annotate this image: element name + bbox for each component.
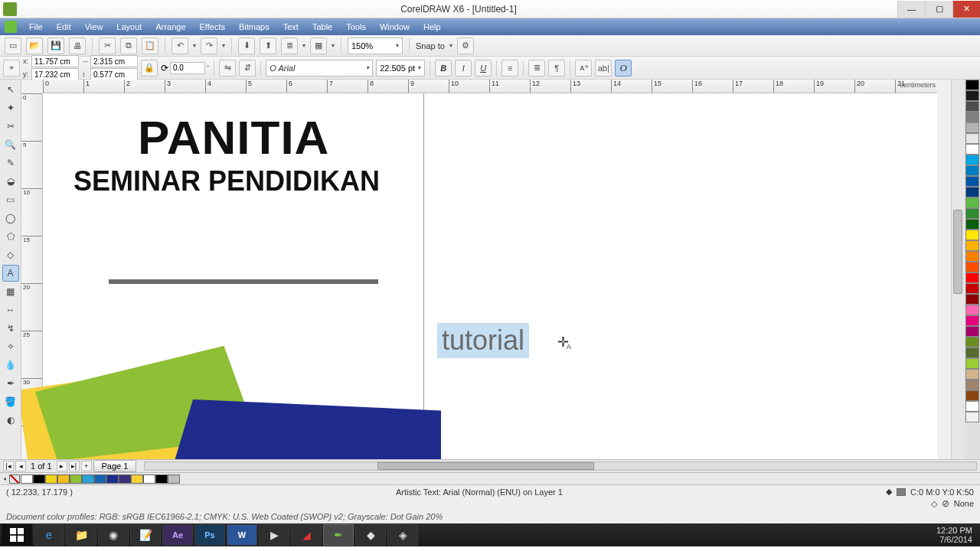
color-swatch[interactable]: [965, 176, 979, 187]
menu-view[interactable]: View: [79, 21, 109, 33]
taskbar-ps[interactable]: Ps: [194, 524, 225, 546]
color-swatch[interactable]: [965, 283, 979, 294]
color-swatch[interactable]: [965, 358, 979, 369]
color-swatch[interactable]: [965, 337, 979, 347]
menu-file[interactable]: File: [23, 21, 49, 33]
text-properties-button[interactable]: O: [615, 60, 632, 77]
char-format-button[interactable]: ᴀᵃ: [575, 60, 592, 77]
minimize-button[interactable]: ―: [897, 1, 925, 18]
undo-button[interactable]: ↶: [172, 37, 188, 54]
color-swatch[interactable]: [965, 187, 979, 197]
color-swatch[interactable]: [965, 262, 979, 272]
smart-fill-tool[interactable]: ◒: [2, 173, 19, 190]
x-position-input[interactable]: [31, 55, 79, 67]
menu-layout[interactable]: Layout: [110, 21, 148, 33]
color-swatch[interactable]: [965, 122, 979, 133]
paste-button[interactable]: 📋: [142, 37, 158, 54]
snap-to-dropdown[interactable]: ▾: [449, 42, 452, 49]
color-swatch[interactable]: [965, 144, 979, 155]
color-swatch[interactable]: [965, 90, 979, 101]
doc-color-swatch[interactable]: [33, 474, 45, 484]
taskbar-coreldraw[interactable]: ✒: [323, 524, 354, 546]
lock-ratio-button[interactable]: 🔒: [141, 60, 158, 77]
doc-color-swatch[interactable]: [155, 474, 168, 484]
polygon-tool[interactable]: ⬠: [2, 228, 19, 245]
add-page-button[interactable]: +: [81, 461, 92, 471]
object-origin-button[interactable]: ⌖: [3, 60, 20, 77]
menu-bitmaps[interactable]: Bitmaps: [233, 21, 276, 33]
prev-page-button[interactable]: ◂: [15, 461, 26, 471]
menu-effects[interactable]: Effects: [194, 21, 231, 33]
subtitle-text[interactable]: SEMINAR PENDIDIKAN: [74, 165, 380, 197]
horizontal-scroll-thumb[interactable]: [377, 462, 593, 470]
taskbar-sketchup[interactable]: ◢: [291, 524, 322, 546]
next-page-button[interactable]: ▸: [57, 461, 67, 471]
color-swatch[interactable]: [965, 112, 979, 122]
pick-tool[interactable]: ↖: [2, 81, 19, 98]
color-swatch[interactable]: [965, 305, 979, 315]
width-input[interactable]: [90, 55, 138, 67]
color-swatch[interactable]: [965, 315, 979, 326]
doc-color-swatch[interactable]: [131, 474, 143, 484]
menu-text[interactable]: Text: [277, 21, 305, 33]
title-text[interactable]: PANITIA: [138, 110, 329, 165]
taskbar-chrome[interactable]: ◉: [98, 524, 129, 546]
color-swatch[interactable]: [965, 401, 979, 412]
freehand-tool[interactable]: ✎: [2, 155, 19, 171]
text-tool[interactable]: A: [2, 265, 19, 282]
blue-shape[interactable]: [165, 399, 441, 459]
y-position-input[interactable]: [31, 68, 79, 80]
mirror-h-button[interactable]: ⇋: [219, 60, 236, 77]
doc-color-swatch[interactable]: [21, 474, 33, 484]
page-tab-1[interactable]: Page 1: [93, 460, 137, 472]
selected-text-object[interactable]: tutorial: [437, 323, 529, 358]
divider-line[interactable]: [109, 279, 378, 284]
connector-tool[interactable]: ↯: [2, 320, 19, 337]
table-tool[interactable]: ▦: [2, 283, 19, 300]
color-swatch[interactable]: [965, 101, 979, 112]
menu-window[interactable]: Window: [374, 21, 416, 33]
color-swatch[interactable]: [965, 412, 979, 422]
options-button[interactable]: ⚙: [457, 37, 474, 54]
doc-color-swatch[interactable]: [106, 474, 119, 484]
doc-color-swatch[interactable]: [45, 474, 57, 484]
drawing-canvas[interactable]: PANITIA SEMINAR PENDIDIKAN tutorial ✛: [43, 93, 937, 459]
open-button[interactable]: 📂: [26, 37, 43, 54]
color-swatch[interactable]: [965, 80, 979, 90]
taskbar-ae[interactable]: Ae: [162, 524, 193, 546]
publish-pdf-button[interactable]: ≣: [281, 37, 298, 54]
taskbar-media[interactable]: ▶: [259, 524, 289, 546]
ellipse-tool[interactable]: ◯: [2, 210, 19, 227]
first-page-button[interactable]: |◂: [3, 461, 14, 471]
menu-arrange[interactable]: Arrange: [149, 21, 191, 33]
color-swatch[interactable]: [965, 208, 979, 219]
doc-color-swatch[interactable]: [82, 474, 94, 484]
dimension-tool[interactable]: ↔: [2, 302, 19, 318]
vertical-scrollbar[interactable]: [951, 80, 965, 459]
fill-swatch[interactable]: [897, 488, 906, 496]
color-swatch[interactable]: [965, 133, 979, 144]
app-launcher-button[interactable]: ▦: [310, 37, 327, 54]
edit-text-button[interactable]: ab|: [595, 60, 612, 77]
doc-color-swatch[interactable]: [57, 474, 70, 484]
height-input[interactable]: [90, 68, 138, 80]
doc-color-swatch[interactable]: [168, 474, 180, 484]
rectangle-tool[interactable]: ▭: [2, 191, 19, 208]
doc-palette-prev[interactable]: ◂: [3, 475, 6, 482]
color-swatch[interactable]: [965, 251, 979, 262]
close-button[interactable]: ✕: [952, 1, 980, 18]
bold-button[interactable]: B: [435, 60, 452, 77]
interactive-tool[interactable]: ✧: [2, 338, 19, 355]
color-swatch[interactable]: [965, 155, 979, 165]
zoom-tool[interactable]: 🔍: [2, 136, 19, 153]
interactive-fill-tool[interactable]: ◐: [2, 412, 19, 429]
start-button[interactable]: [2, 524, 32, 546]
rotation-input[interactable]: [170, 62, 205, 74]
menu-table[interactable]: Table: [306, 21, 338, 33]
menu-edit[interactable]: Edit: [51, 21, 77, 33]
save-button[interactable]: 💾: [47, 37, 64, 54]
color-swatch[interactable]: [965, 390, 979, 401]
horizontal-ruler[interactable]: centimeters 0123456789101112131415161718…: [43, 80, 937, 93]
eyedropper-tool[interactable]: 💧: [2, 357, 19, 373]
text-align-button[interactable]: ≡: [501, 60, 518, 77]
